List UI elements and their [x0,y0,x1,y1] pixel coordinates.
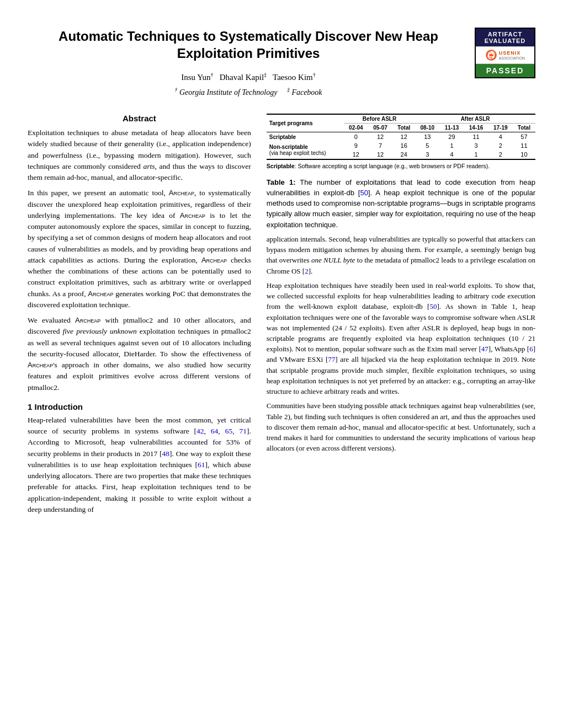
table-cell-nonscriptable-label: Non-scriptable(via heap exploit techs) [267,141,344,159]
usenix-text-block: usenix ASSOCIATION [499,50,525,60]
table1: Target programs Before ASLR After ASLR 0… [267,114,535,160]
table-cell-ns-0204: 9 [344,141,368,150]
abstract-heading: Abstract [28,114,251,123]
table-subhead-0810: 08-10 [415,124,439,132]
table-caption: Table 1: The number of exploitations tha… [267,177,535,230]
intro-heading: 1 Introduction [28,402,251,411]
table1-container: Target programs Before ASLR After ASLR 0… [267,114,535,170]
table-subhead-1719: 17-19 [488,124,513,132]
table-cell-s-1719: 4 [488,132,513,142]
artifact-top: ARTIFACT EVALUATED [476,29,534,46]
table-caption-bold: Table 1: [267,178,296,186]
right-para-3: Communities have been studying possible … [267,400,535,453]
table-cell-s-1416: 11 [464,132,488,142]
usenix-logo: usenix ASSOCIATION [477,49,533,61]
table-subhead-total2: Total [513,124,535,132]
table-cell-s-0810: 13 [415,132,439,142]
table-cell-ns-0810: 5 [415,141,439,150]
artifact-passed-label: PASSED [476,64,534,77]
table-subhead-0507: 05-07 [368,124,392,132]
table-cell-ns2-total2: 10 [513,150,535,159]
table-row-nonscriptable-1: Non-scriptable(via heap exploit techs) 9… [267,141,535,150]
abstract-para-2: In this paper, we present an automatic t… [28,188,251,311]
two-column-layout: Abstract Exploitation techniques to abus… [28,114,535,520]
left-column: Abstract Exploitation techniques to abus… [28,114,251,520]
abstract-para-3: We evaluated Archeap with ptmalloc2 and … [28,315,251,393]
title-section: Automatic Techniques to Systematically D… [28,28,535,97]
table-cell-ns-1113: 1 [439,141,464,150]
authors: Insu Yun† Dhaval Kapil‡ Taesoo Kim† [28,72,469,82]
table-cell-ns-1416: 3 [464,141,488,150]
artifact-middle: usenix ASSOCIATION [476,46,534,64]
right-para-1: application internals. Second, heap vuln… [267,234,535,276]
table-cell-ns-0507: 7 [368,141,392,150]
table-cell-ns-1719: 2 [488,141,513,150]
artifact-badge: ARTIFACT EVALUATED usenix ASSOCIATION PA… [475,28,535,78]
table-cell-scriptable-label: Scriptable [267,132,344,142]
table-row-scriptable: Scriptable 0 12 12 13 29 11 4 57 [267,132,535,142]
table-cell-ns2-1416: 1 [464,150,488,159]
table-col-programs: Target programs [267,114,344,132]
table-subhead-1416: 14-16 [464,124,488,132]
right-column: Target programs Before ASLR After ASLR 0… [267,114,535,520]
table-cell-ns2-0204: 12 [344,150,368,159]
intro-para-1: Heap-related vulnerabilities have been t… [28,415,251,515]
table-subhead-1113: 11-13 [439,124,464,132]
affiliations: † Georgia Institute of Technology ‡ Face… [28,87,469,97]
table-cell-s-0507: 12 [368,132,392,142]
table-subhead-total1: Total [392,124,415,132]
page-container: ARTIFACT EVALUATED usenix ASSOCIATION PA… [28,28,535,520]
abstract-para-1: Exploitation techniques to abuse metadat… [28,127,251,183]
main-title: Automatic Techniques to Systematically D… [28,28,469,62]
table-cell-ns2-0507: 12 [368,150,392,159]
right-para-2: Heap exploitation techniques have steadi… [267,280,535,397]
table-cell-s-total1: 12 [392,132,415,142]
table-cell-ns2-total1: 24 [392,150,415,159]
table-cell-ns2-1113: 4 [439,150,464,159]
table-cell-ns-total2: 11 [513,141,535,150]
table-cell-ns-total1: 16 [392,141,415,150]
table-note: Scriptable: Software accepting a script … [267,162,535,170]
table-col-before-aslr: Before ASLR [344,114,415,124]
table-cell-s-total2: 57 [513,132,535,142]
table-cell-s-1113: 29 [439,132,464,142]
table-cell-ns2-1719: 2 [488,150,513,159]
table-cell-ns2-0810: 3 [415,150,439,159]
table-cell-s-0204: 0 [344,132,368,142]
table-col-after-aslr: After ASLR [415,114,535,124]
usenix-swirl-icon [485,49,497,61]
table-subhead-0204: 02-04 [344,124,368,132]
